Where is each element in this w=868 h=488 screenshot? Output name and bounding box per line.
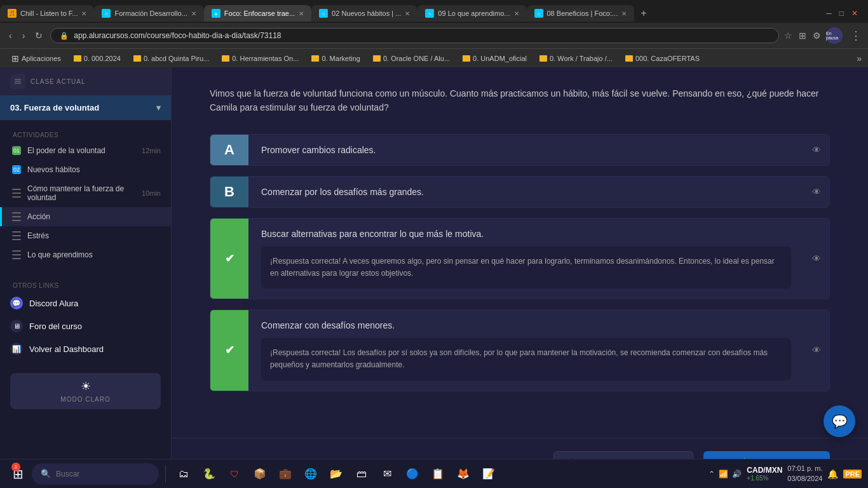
option-d-card[interactable]: ✔ Comenzar con desafíos menores. ¡Respue…: [210, 309, 830, 391]
taskbar-icon-firefox[interactable]: 🦊: [452, 463, 475, 485]
option-a-title: Promover cambios radicales.: [261, 145, 376, 155]
taskbar-datetime[interactable]: 07:01 p. m. 03/08/2024: [787, 464, 822, 484]
extensions-icon[interactable]: ⚙: [813, 30, 821, 41]
address-actions: ☆ ⊞ ⚙: [784, 30, 821, 41]
dashboard-link[interactable]: 📊 Volver al Dashboard: [0, 337, 171, 360]
tab-close-6[interactable]: ✕: [621, 10, 627, 17]
notification-bell-icon[interactable]: 🔔: [827, 469, 838, 479]
folder-icon-2: [133, 55, 141, 62]
taskbar-icon-app3[interactable]: 📋: [426, 463, 449, 485]
bookmark-2[interactable]: 0. abcd Quinta Piru...: [128, 53, 214, 64]
taskbar-icon-dropbox[interactable]: 📂: [325, 463, 348, 485]
sidebar-item-habitos[interactable]: 02 Nuevos hábitos: [0, 160, 171, 179]
taskbar-icon-snake[interactable]: 🐍: [198, 463, 220, 485]
option-c-eye[interactable]: 👁: [804, 219, 829, 299]
chat-bubble-button[interactable]: 💬: [824, 405, 855, 437]
taskbar-search[interactable]: 🔍: [32, 463, 159, 485]
taskbar-icon-word[interactable]: 📝: [477, 463, 500, 485]
bookmark-3-label: 0. Herramientas On...: [232, 55, 299, 62]
sidebar-item-mantener[interactable]: Cómo mantener la fuerza de voluntad 10mi…: [0, 179, 171, 207]
bookmark-star-icon[interactable]: ☆: [784, 30, 792, 41]
taskbar-icon-teams[interactable]: 💼: [274, 463, 297, 485]
option-c-card[interactable]: ✔ Buscar alternativas para encontrar lo …: [210, 218, 830, 299]
taskbar-icon-view[interactable]: 🗂: [172, 463, 195, 485]
discord-label: Discord Alura: [29, 299, 78, 308]
tray-up-arrow[interactable]: ⌃: [709, 470, 715, 478]
sidebar-item-accion[interactable]: Acción: [0, 207, 171, 226]
activity-lines-3: [12, 189, 21, 198]
menu-button[interactable]: ⋮: [850, 29, 862, 43]
option-a-eye[interactable]: 👁: [804, 135, 829, 165]
current-class-title[interactable]: 03. Fuerza de voluntad ▾: [0, 95, 171, 120]
tray-wifi-icon[interactable]: 📶: [719, 470, 728, 478]
tab-1[interactable]: 🎵 Chill - Listen to F... ✕: [0, 5, 94, 22]
taskbar-icon-mail[interactable]: ✉: [376, 463, 398, 485]
taskbar-icon-chrome[interactable]: 🔵: [401, 463, 424, 485]
option-c-explanation: ¡Respuesta correcta! A veces queremos al…: [261, 247, 791, 288]
tab-close-4[interactable]: ✕: [405, 10, 410, 17]
activity-lines-4: [12, 212, 21, 221]
taskbar-icon-app2[interactable]: 📦: [248, 463, 271, 485]
bookmark-4[interactable]: 0. Marketing: [306, 53, 365, 64]
search-input[interactable]: [56, 470, 150, 478]
option-a-card[interactable]: A Promover cambios radicales. 👁: [210, 134, 830, 166]
lock-icon: 🔒: [60, 32, 69, 40]
reload-button[interactable]: ↻: [32, 29, 45, 42]
taskbar-settings-icon[interactable]: PRE: [843, 470, 862, 478]
close-button[interactable]: ✕: [851, 9, 858, 18]
option-b-card[interactable]: B Comenzar por los desafíos más grandes.…: [210, 176, 830, 208]
tab-favicon-4: a: [319, 9, 328, 18]
option-d-eye[interactable]: 👁: [804, 310, 829, 390]
bookmark-5[interactable]: 0. Oracle ONE / Alu...: [368, 53, 455, 64]
tab-4[interactable]: a 02 Nuevos hábitos | ... ✕: [311, 5, 417, 22]
taskbar-icon-bitdefender[interactable]: 🛡: [223, 463, 246, 485]
tab-label-6: 08 Beneficios | Foco:...: [547, 10, 618, 17]
sidebar-item-voluntad[interactable]: 01 El poder de la voluntad 12min: [0, 141, 171, 160]
tab-close-5[interactable]: ✕: [514, 10, 519, 17]
bookmark-3[interactable]: 0. Herramientas On...: [217, 53, 304, 64]
address-bar[interactable]: 🔒 app.aluracursos.com/course/foco-habito…: [50, 28, 779, 43]
bookmarks-more-button[interactable]: »: [857, 53, 862, 64]
new-tab-button[interactable]: +: [634, 5, 653, 22]
tab-2[interactable]: a Formación Desarrollo... ✕: [94, 5, 203, 22]
foro-link[interactable]: 🖥 Foro del curso: [0, 315, 171, 337]
tab-6[interactable]: a 08 Beneficios | Foco:... ✕: [527, 5, 635, 22]
bookmark-7[interactable]: 0. Work / Trabajo /...: [534, 53, 618, 64]
taskbar-icon-files[interactable]: 🗃: [350, 463, 373, 485]
tab-label-3: Foco: Enfocarse trae...: [224, 10, 295, 17]
forward-button[interactable]: ›: [20, 29, 28, 42]
tray-volume-icon[interactable]: 🔊: [732, 470, 742, 478]
tab-3[interactable]: a Foco: Enfocarse trae... ✕: [204, 5, 311, 22]
bookmark-8-label: 000. CazaOFERTAS: [635, 55, 700, 62]
option-b-eye[interactable]: 👁: [804, 177, 829, 207]
system-tray-icons: ⌃ 📶 🔊: [709, 470, 742, 478]
dark-mode-button[interactable]: ☀ MODO CLARO: [10, 373, 161, 409]
sidebar-item-mantener-duration: 10min: [142, 189, 161, 197]
sidebar-item-estres[interactable]: Estrés: [0, 226, 171, 245]
tab-close-1[interactable]: ✕: [81, 10, 86, 17]
tab-manager-icon[interactable]: ⊞: [799, 30, 806, 41]
bookmark-6[interactable]: 0. UnADM_oficial: [458, 53, 532, 64]
tab-close-3[interactable]: ✕: [299, 10, 304, 17]
otros-links-section: OTROS LINKS 💬 Discord Alura 🖥 Foro del c…: [0, 271, 171, 367]
tab-close-2[interactable]: ✕: [191, 10, 196, 17]
option-a-body: Promover cambios radicales.: [248, 135, 804, 165]
taskbar-icon-browser[interactable]: 🌐: [299, 463, 322, 485]
tab-5[interactable]: a 09 Lo que aprendimo... ✕: [417, 5, 526, 22]
bookmark-8[interactable]: 000. CazaOFERTAS: [620, 53, 705, 64]
sidebar-item-aprendimos[interactable]: Lo que aprendimos: [0, 245, 171, 264]
bookmark-4-label: 0. Marketing: [322, 55, 360, 62]
discord-link[interactable]: 💬 Discord Alura: [0, 292, 171, 315]
profile-label: En pausa: [826, 31, 843, 40]
bookmark-apps[interactable]: ⊞ Aplicaciones: [6, 52, 66, 65]
taskbar: 1 ⊞ 🔍 🗂 🐍 🛡 📦 💼 🌐 📂 🗃 ✉ 🔵 📋 🦊 📝 ⌃ 📶 🔊 CA…: [0, 459, 868, 488]
maximize-button[interactable]: □: [839, 9, 844, 18]
back-button[interactable]: ‹: [6, 29, 15, 42]
profile-button[interactable]: En pausa: [826, 27, 843, 44]
sidebar-item-mantener-text: Cómo mantener la fuerza de voluntad: [27, 184, 135, 202]
sidebar-item-accion-text: Acción: [27, 212, 161, 221]
folder-icon-4: [311, 55, 319, 62]
option-b-letter: B: [210, 177, 248, 207]
bookmark-1[interactable]: 0. 000.2024: [69, 53, 126, 64]
minimize-button[interactable]: ─: [826, 9, 832, 18]
